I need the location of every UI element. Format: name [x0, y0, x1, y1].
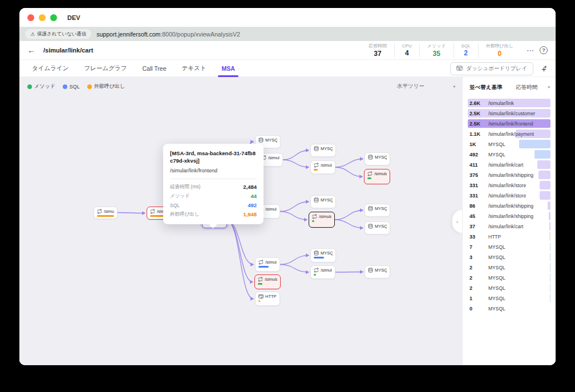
tooltip-row-value: 1,948 — [243, 211, 257, 217]
graph-node-m3[interactable]: MYSQL — [365, 152, 390, 165]
ranking-row-value: 33 — [469, 234, 475, 240]
ranking-row[interactable]: 331 /simular/link/store — [468, 191, 550, 200]
ranking-sidebar: 並べ替え基準 応答時間 ▾ 2.6K /simular/link 2.5K /s… — [462, 77, 556, 365]
tab-bar: タイムラインフレームグラフCall TreeテキストMSA ダッシュボードリプレ… — [19, 60, 556, 77]
ranking-row-bar — [549, 212, 550, 220]
help-button[interactable]: ? — [540, 46, 548, 54]
tab-label: テキスト — [181, 64, 206, 72]
back-button[interactable]: ← — [27, 46, 35, 54]
ranking-row-bar — [519, 140, 550, 148]
graph-node-t10[interactable]: /simula... — [310, 265, 335, 279]
add-sparkle-button[interactable] — [540, 65, 548, 72]
tab-text[interactable]: テキスト — [181, 60, 206, 77]
graph-node-m4[interactable]: MYSQL — [310, 195, 336, 208]
ranking-row-value: 2 — [469, 275, 472, 281]
minimize-window-button[interactable] — [39, 14, 46, 21]
header-metric: CPU 4 — [395, 43, 420, 57]
window-titlebar: DEV — [19, 8, 556, 27]
transaction-icon — [314, 268, 319, 273]
ranking-row[interactable]: 411 /simular/link/cart — [468, 160, 550, 169]
transaction-icon — [258, 260, 264, 265]
metric-label: 外部呼び出し — [486, 43, 513, 49]
ranking-row-label: /simular/link/frontend — [488, 121, 533, 127]
dashboard-replay-button[interactable]: ダッシュボードリプレイ — [450, 62, 533, 75]
ranking-row[interactable]: 3 MYSQL — [468, 253, 550, 261]
ranking-row[interactable]: 1 MYSQL — [468, 294, 550, 302]
close-window-button[interactable] — [27, 14, 34, 21]
ranking-row-label: /simular/link/cart — [488, 162, 523, 168]
graph-node-m8[interactable]: MYSQL — [365, 265, 390, 278]
graph-node-h1[interactable]: HTTP — [255, 292, 280, 306]
graph-node-t11[interactable]: /simula... — [254, 274, 281, 289]
ranking-row[interactable]: 2.6K /simular/link — [468, 99, 550, 107]
ranking-row-bar — [550, 294, 550, 302]
ranking-row[interactable]: 375 /simular/link/shipping — [468, 171, 550, 179]
ranking-row-label: MYSQL — [488, 265, 505, 270]
tooltip-title: [MSA-3rd, msa-backend-31-74fb8c79d-xkvsj… — [170, 150, 257, 165]
ranking-row-label: MYSQL — [488, 244, 505, 250]
tab-msa[interactable]: MSA — [221, 60, 234, 77]
sort-select[interactable]: 応答時間 — [516, 84, 537, 91]
graph-node-t6[interactable]: /simula... — [364, 169, 390, 184]
tab-timeline[interactable]: タイムライン — [32, 60, 68, 77]
graph-node-t8[interactable]: /simula... — [309, 212, 335, 228]
ranking-row[interactable]: 45 /simular/link/shipping — [468, 212, 550, 220]
ranking-row-label: MYSQL — [488, 296, 505, 301]
ranking-row-label: /simular/link/payment — [488, 131, 534, 137]
ranking-row[interactable]: 0 MYSQL — [468, 304, 550, 313]
layout-select-value: 水平ツリー — [397, 83, 424, 90]
node-label: MYSQL — [265, 138, 277, 143]
ranking-row[interactable]: 2.5K /simular/link/customer — [468, 109, 550, 118]
node-label: MYSQL — [375, 155, 387, 160]
ranking-row-label: HTTP — [488, 234, 501, 240]
layout-select[interactable]: 水平ツリー ▾ — [397, 80, 455, 92]
chevron-down-icon: ▾ — [548, 85, 550, 90]
graph-node-t1[interactable]: /simula... — [94, 207, 118, 219]
ranking-row[interactable]: 1.1K /simular/link/payment — [468, 130, 550, 138]
node-metric-bars — [258, 283, 277, 285]
ranking-row[interactable]: 492 MYSQL — [468, 150, 550, 159]
ranking-row-bar — [549, 222, 550, 231]
more-options-button[interactable]: ⋯ — [527, 47, 534, 54]
ranking-row[interactable]: 33 HTTP — [468, 232, 550, 241]
tab-flamegraph[interactable]: フレームグラフ — [84, 60, 127, 77]
ranking-row[interactable]: 7 MYSQL — [468, 243, 550, 251]
graph-node-m2[interactable]: MYSQL — [310, 144, 336, 157]
ranking-row[interactable]: 2 MYSQL — [468, 284, 550, 292]
ranking-row[interactable]: 1K MYSQL — [468, 140, 550, 148]
url-text[interactable]: support.jennifersoft.com:8000/popup/xvie… — [96, 31, 240, 38]
http-icon — [258, 294, 264, 299]
graph-node-t5[interactable]: /simula... — [310, 160, 335, 174]
ranking-row-label: MYSQL — [488, 152, 505, 157]
ranking-row[interactable]: 37 /simular/link/cart — [468, 222, 550, 231]
metric-value: 35 — [427, 50, 446, 58]
ranking-row[interactable]: 331 /simular/link/store — [468, 181, 550, 189]
node-label: MYSQL — [321, 197, 333, 203]
ranking-row-label: MYSQL — [488, 142, 505, 147]
node-label: MYSQL — [375, 224, 387, 229]
tab-label: MSA — [221, 65, 234, 72]
graph-node-m6[interactable]: MYSQL — [365, 221, 390, 235]
ranking-row-value: 7 — [469, 244, 472, 250]
sort-header: 並べ替え基準 応答時間 ▾ — [469, 81, 550, 94]
graph-node-m7[interactable]: MYSQL — [310, 248, 336, 262]
tooltip-row-label: 外部呼び出し — [170, 211, 199, 218]
ranking-row-label: MYSQL — [488, 275, 505, 281]
legend-item: 外部呼び出し — [87, 83, 125, 90]
metric-label: 応答時間 — [369, 43, 387, 49]
ranking-row-bar — [550, 273, 550, 282]
maximize-window-button[interactable] — [50, 14, 57, 21]
ranking-row[interactable]: 2.5K /simular/link/frontend — [468, 119, 550, 128]
legend: メソッド SQL 外部呼び出し — [27, 83, 125, 90]
ranking-row[interactable]: 2 MYSQL — [468, 273, 550, 282]
tooltip-row-value: 44 — [250, 193, 257, 199]
ranking-row[interactable]: 2 MYSQL — [468, 263, 550, 272]
security-badge[interactable]: ⚠ 保護されていない通信 — [25, 29, 91, 39]
graph-node-m5[interactable]: MYSQL — [365, 204, 390, 217]
browser-url-bar[interactable]: ⚠ 保護されていない通信 support.jennifersoft.com:80… — [19, 27, 556, 41]
transaction-title: /simular/link/cart — [43, 47, 93, 54]
ranking-row[interactable]: 86 /simular/link/shipping — [468, 201, 550, 210]
topology-canvas[interactable]: メソッド SQL 外部呼び出し 水平ツリー ▾ /simula... — [19, 77, 462, 365]
graph-node-t9[interactable]: /simula... — [255, 257, 280, 272]
tab-calltree[interactable]: Call Tree — [142, 60, 166, 77]
